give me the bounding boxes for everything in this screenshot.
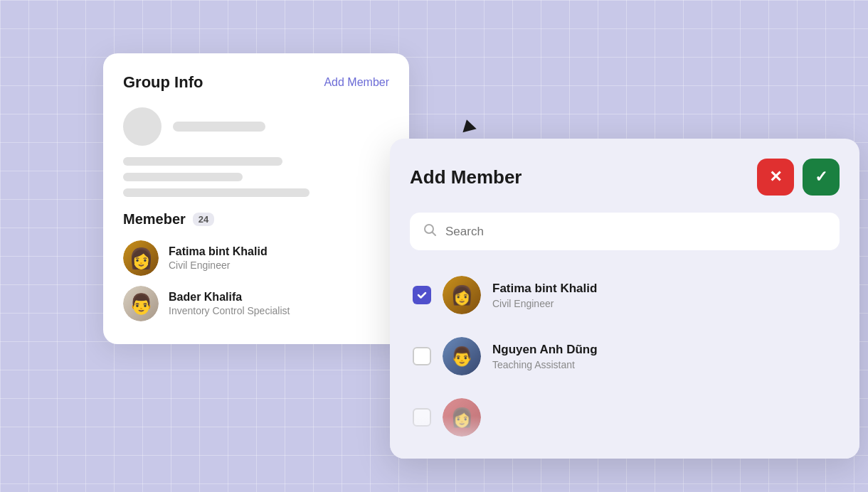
member-select-item-fatima[interactable]: 👩 Fatima bint Khalid Civil Engineer bbox=[410, 264, 840, 326]
member-select-item-nguyen[interactable]: 👨 Nguyen Anh Dũng Teaching Assistant bbox=[410, 326, 840, 387]
select-member-avatar-partial: 👩 bbox=[443, 398, 481, 437]
member-avatar-fatima: 👩 bbox=[123, 240, 159, 276]
group-info-header: Group Info Add Member bbox=[123, 73, 389, 92]
name-placeholder bbox=[173, 122, 265, 132]
add-member-link[interactable]: Add Member bbox=[324, 76, 389, 89]
skeleton-line-1 bbox=[123, 157, 282, 166]
select-member-info-nguyen: Nguyen Anh Dũng Teaching Assistant bbox=[492, 343, 598, 370]
checkbox-unchecked-icon bbox=[413, 347, 431, 365]
confirm-button[interactable]: ✓ bbox=[803, 159, 840, 196]
group-info-title: Group Info bbox=[123, 73, 203, 92]
member-info-bader: Bader Khalifa Inventory Control Speciali… bbox=[169, 291, 290, 316]
checkbox-fatima[interactable] bbox=[413, 286, 431, 304]
skeleton-line-2 bbox=[123, 173, 243, 181]
checkbox-nguyen[interactable] bbox=[413, 347, 431, 365]
select-member-name-nguyen: Nguyen Anh Dũng bbox=[492, 343, 598, 357]
search-input[interactable] bbox=[445, 225, 827, 239]
member-role-fatima: Civil Engineer bbox=[169, 260, 268, 271]
member-label: Memeber bbox=[123, 211, 186, 228]
checkbox-partial bbox=[413, 408, 431, 427]
select-member-avatar-fatima: 👩 bbox=[443, 276, 481, 314]
skeleton-line-3 bbox=[123, 188, 309, 197]
member-list: 👩 Fatima bint Khalid Civil Engineer 👨 Ba… bbox=[123, 240, 389, 321]
group-info-card: Group Info Add Member Memeber 24 👩 Fatim… bbox=[103, 53, 409, 344]
member-select-item-partial: 👩 bbox=[410, 387, 840, 442]
member-item-bader: 👨 Bader Khalifa Inventory Control Specia… bbox=[123, 286, 389, 321]
select-member-name-fatima: Fatima bint Khalid bbox=[492, 282, 597, 296]
modal-header: Add Member ✕ ✓ bbox=[410, 159, 840, 196]
profile-placeholder-row bbox=[123, 107, 389, 146]
member-info-fatima: Fatima bint Khalid Civil Engineer bbox=[169, 245, 268, 271]
modal-actions: ✕ ✓ bbox=[757, 159, 840, 196]
search-icon bbox=[423, 223, 437, 240]
member-section-header: Memeber 24 bbox=[123, 211, 389, 228]
skeleton-lines bbox=[123, 157, 389, 197]
checkbox-checked-icon bbox=[413, 286, 431, 304]
member-item: 👩 Fatima bint Khalid Civil Engineer bbox=[123, 240, 389, 276]
cancel-button[interactable]: ✕ bbox=[757, 159, 794, 196]
select-avatar-fatima-img: 👩 bbox=[443, 276, 481, 314]
member-role-bader: Inventory Control Specialist bbox=[169, 305, 290, 316]
select-avatar-partial-img: 👩 bbox=[443, 398, 481, 437]
member-name-bader: Bader Khalifa bbox=[169, 291, 290, 304]
select-member-info-fatima: Fatima bint Khalid Civil Engineer bbox=[492, 282, 597, 309]
member-avatar-bader: 👨 bbox=[123, 286, 159, 321]
select-member-role-fatima: Civil Engineer bbox=[492, 298, 597, 309]
select-member-avatar-nguyen: 👨 bbox=[443, 337, 481, 375]
member-name-fatima: Fatima bint Khalid bbox=[169, 245, 268, 258]
checkbox-partial-icon bbox=[413, 408, 431, 427]
search-box bbox=[410, 213, 840, 250]
member-select-list: 👩 Fatima bint Khalid Civil Engineer 👨 Ng… bbox=[410, 264, 840, 442]
svg-line-1 bbox=[433, 232, 436, 236]
select-member-role-nguyen: Teaching Assistant bbox=[492, 359, 598, 370]
member-count-badge: 24 bbox=[193, 213, 214, 226]
select-avatar-nguyen-img: 👨 bbox=[443, 337, 481, 375]
avatar-bader-img: 👨 bbox=[123, 286, 159, 321]
avatar-fatima-img: 👩 bbox=[123, 240, 159, 276]
profile-avatar-placeholder bbox=[123, 107, 162, 146]
modal-title: Add Member bbox=[410, 166, 522, 188]
add-member-modal: Add Member ✕ ✓ 👩 bbox=[390, 139, 859, 459]
